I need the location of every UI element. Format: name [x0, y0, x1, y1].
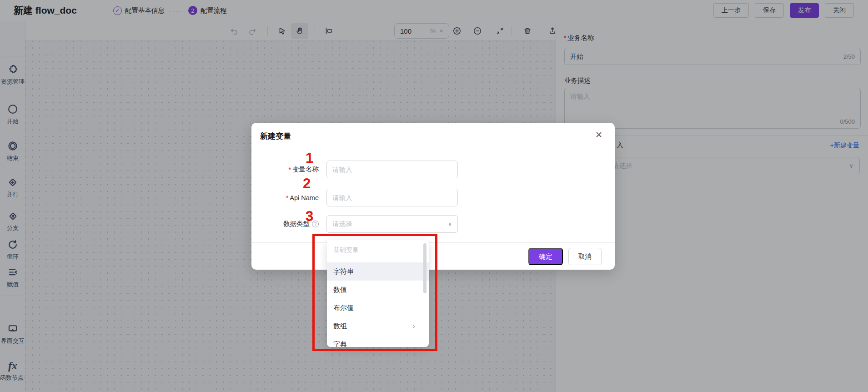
dropdown-item-string[interactable]: 字符串: [327, 262, 429, 281]
api-name-field: [326, 189, 458, 206]
submenu-arrow-icon: ›: [412, 322, 415, 331]
modal-header: 新建变量 ✕: [251, 123, 615, 149]
annotation-number-1: 1: [306, 150, 313, 166]
select-placeholder: 请选择: [332, 220, 448, 228]
dropdown-item-boolean[interactable]: 布尔值: [327, 299, 429, 317]
divider: [251, 242, 615, 243]
data-type-dropdown: 基础变量 字符串 数值 布尔值 数组 › 字典: [327, 240, 429, 347]
flow-editor-page: 新建 flow_doc ✓ 配置基本信息 ···· 2 配置流程 上一步 保存 …: [0, 0, 868, 392]
data-type-row: 数据类型 ? 请选择 ∧: [262, 215, 458, 233]
dropdown-item-number[interactable]: 数值: [327, 281, 429, 299]
variable-name-field: [326, 161, 458, 178]
dropdown-group-header: 基础变量: [333, 246, 359, 254]
close-icon[interactable]: ✕: [595, 131, 602, 139]
api-name-row: *Api Name: [262, 189, 458, 206]
dropdown-item-array[interactable]: 数组 ›: [327, 317, 429, 335]
chevron-up-icon: ∧: [448, 221, 452, 227]
api-name-label: *Api Name: [262, 194, 326, 201]
annotation-number-2: 2: [303, 176, 311, 192]
variable-name-row: *变量名称: [262, 161, 458, 178]
modal-title: 新建变量: [260, 131, 291, 141]
confirm-button[interactable]: 确定: [528, 248, 563, 265]
new-variable-modal: 新建变量 ✕ *变量名称 *Api Name 数据类型 ?: [251, 123, 615, 270]
variable-name-input[interactable]: [332, 166, 452, 173]
data-type-label: 数据类型 ?: [262, 220, 326, 228]
dropdown-scrollbar[interactable]: [423, 243, 426, 293]
variable-name-label: *变量名称: [262, 165, 326, 174]
annotation-number-3: 3: [306, 208, 313, 225]
api-name-input[interactable]: [332, 194, 452, 201]
cancel-button[interactable]: 取消: [568, 248, 602, 265]
dropdown-item-dict[interactable]: 字典: [327, 335, 429, 347]
data-type-select[interactable]: 请选择 ∧: [326, 215, 458, 233]
